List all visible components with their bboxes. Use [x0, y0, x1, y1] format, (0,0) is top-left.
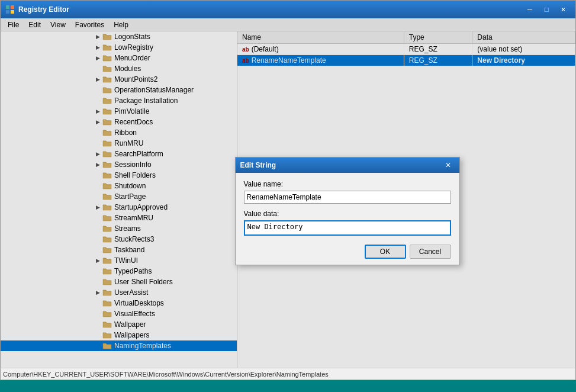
tree-item-streams[interactable]: Streams	[1, 223, 237, 234]
folder-icon	[102, 192, 112, 201]
folder-icon	[102, 342, 112, 350]
tree-item-wallpapers[interactable]: Wallpapers	[1, 330, 237, 340]
edit-string-dialog: Edit String ✕ Value name: Value data: OK…	[235, 157, 460, 265]
dialog-close-button[interactable]: ✕	[442, 160, 455, 171]
table-row[interactable]: ab(Default)REG_SZ(value not set)	[237, 44, 575, 55]
dialog-buttons: OK Cancel	[244, 245, 451, 259]
tree-item-recentdocs[interactable]: RecentDocs	[1, 117, 237, 127]
registry-table: Name Type Data ab(Default)REG_SZ(value n…	[237, 31, 575, 66]
tree-item-packageinstallation[interactable]: Package Installation	[1, 95, 237, 106]
title-bar: Registry Editor ─ □ ✕	[1, 1, 575, 18]
folder-icon	[102, 278, 112, 286]
menu-view[interactable]: View	[46, 20, 70, 30]
expand-icon[interactable]	[93, 149, 102, 159]
tree-item-sessioninfo[interactable]: SessionInfo	[1, 159, 237, 170]
folder-icon	[102, 65, 112, 73]
tree-item-taskband[interactable]: Taskband	[1, 245, 237, 255]
expand-icon[interactable]	[93, 160, 102, 169]
tree-item-usershellfolders[interactable]: User Shell Folders	[1, 277, 237, 287]
tree-item-label: User Shell Folders	[114, 278, 173, 286]
svg-rect-1	[11, 5, 14, 9]
tree-item-lowregistry[interactable]: LowRegistry	[1, 42, 237, 53]
value-name-input[interactable]	[244, 191, 451, 204]
expand-icon[interactable]	[93, 32, 102, 41]
tree-item-label: Wallpaper	[114, 320, 146, 329]
expand-icon[interactable]	[93, 203, 102, 212]
minimize-button[interactable]: ─	[522, 4, 538, 15]
expand-icon[interactable]	[93, 107, 102, 116]
folder-icon	[102, 86, 112, 94]
folder-icon	[102, 160, 112, 169]
value-data-label: Value data:	[244, 210, 451, 218]
tree-item-searchplatform[interactable]: SearchPlatform	[1, 149, 237, 159]
tree-item-label: LogonStats	[114, 33, 150, 41]
tree-item-operationstatusmanager[interactable]: OperationStatusManager	[1, 85, 237, 95]
cancel-button[interactable]: Cancel	[410, 245, 451, 259]
maximize-button[interactable]: □	[539, 4, 554, 15]
menu-file[interactable]: File	[3, 20, 24, 30]
tree-item-pimvolatile[interactable]: PimVolatile	[1, 106, 237, 117]
tree-item-runmru[interactable]: RunMRU	[1, 138, 237, 149]
tree-item-label: OperationStatusManager	[114, 86, 194, 94]
dialog-title: Edit String	[240, 161, 442, 169]
tree-item-ribbon[interactable]: Ribbon	[1, 127, 237, 138]
tree-item-shutdown[interactable]: Shutdown	[1, 181, 237, 191]
menu-bar: File Edit View Favorites Help	[1, 18, 575, 31]
cell-name: abRenameNameTemplate	[237, 55, 404, 66]
col-name: Name	[237, 31, 404, 44]
col-type: Type	[404, 31, 472, 44]
folder-icon	[102, 331, 112, 339]
tree-panel[interactable]: LogonStats LowRegistry MenuOrder Modules…	[1, 31, 237, 368]
expand-icon[interactable]	[93, 117, 102, 127]
tree-item-userassist[interactable]: UserAssist	[1, 287, 237, 298]
tree-item-label: TypedPaths	[114, 267, 152, 275]
tree-item-label: MenuOrder	[114, 54, 150, 62]
tree-item-label: RunMRU	[114, 139, 143, 147]
status-path: Computer\HKEY_CURRENT_USER\SOFTWARE\Micr…	[3, 371, 329, 378]
tree-item-streammru[interactable]: StreamMRU	[1, 213, 237, 223]
tree-item-typedpaths[interactable]: TypedPaths	[1, 266, 237, 277]
folder-icon	[102, 75, 112, 83]
tree-item-stuckrects3[interactable]: StuckRects3	[1, 234, 237, 245]
value-data-input[interactable]	[244, 220, 451, 236]
folder-icon	[102, 203, 112, 211]
tree-item-virtualdesktops[interactable]: VirtualDesktops	[1, 298, 237, 309]
tree-item-startpage[interactable]: StartPage	[1, 191, 237, 202]
folder-icon	[102, 320, 112, 329]
tree-item-startupapproved[interactable]: StartupApproved	[1, 202, 237, 213]
window-icon	[5, 5, 15, 14]
tree-item-wallpaper[interactable]: Wallpaper	[1, 319, 237, 330]
folder-icon	[102, 299, 112, 307]
tree-item-label: StartPage	[114, 192, 146, 201]
tree-item-twinui[interactable]: TWinUI	[1, 255, 237, 266]
cell-type: REG_SZ	[404, 55, 472, 66]
window-title: Registry Editor	[18, 5, 522, 14]
expand-icon[interactable]	[93, 53, 102, 63]
tree-item-visualeffects[interactable]: VisualEffects	[1, 309, 237, 319]
tree-item-modules[interactable]: Modules	[1, 63, 237, 74]
folder-icon	[102, 310, 112, 318]
expand-icon[interactable]	[93, 43, 102, 52]
tree-item-logonstats[interactable]: LogonStats	[1, 31, 237, 42]
expand-icon[interactable]	[93, 256, 102, 265]
tree-item-shellfolders[interactable]: Shell Folders	[1, 170, 237, 181]
ok-button[interactable]: OK	[365, 245, 406, 259]
folder-icon	[102, 33, 112, 41]
tree-item-mountpoints2[interactable]: MountPoints2	[1, 74, 237, 85]
tree-item-namingtemplates[interactable]: NamingTemplates	[1, 340, 237, 351]
tree-item-label: StreamMRU	[114, 214, 153, 222]
tree-item-label: RecentDocs	[114, 118, 153, 126]
expand-icon[interactable]	[93, 288, 102, 297]
tree-item-menuorder[interactable]: MenuOrder	[1, 53, 237, 63]
expand-icon[interactable]	[93, 75, 102, 84]
menu-help[interactable]: Help	[109, 20, 133, 30]
folder-icon	[102, 139, 112, 147]
menu-favorites[interactable]: Favorites	[70, 20, 109, 30]
folder-icon	[102, 246, 112, 254]
table-row[interactable]: abRenameNameTemplateREG_SZNew Directory	[237, 55, 575, 66]
menu-edit[interactable]: Edit	[24, 20, 46, 30]
folder-icon	[102, 150, 112, 158]
close-button[interactable]: ✕	[555, 4, 571, 15]
col-data: Data	[472, 31, 575, 44]
folder-icon	[102, 171, 112, 179]
